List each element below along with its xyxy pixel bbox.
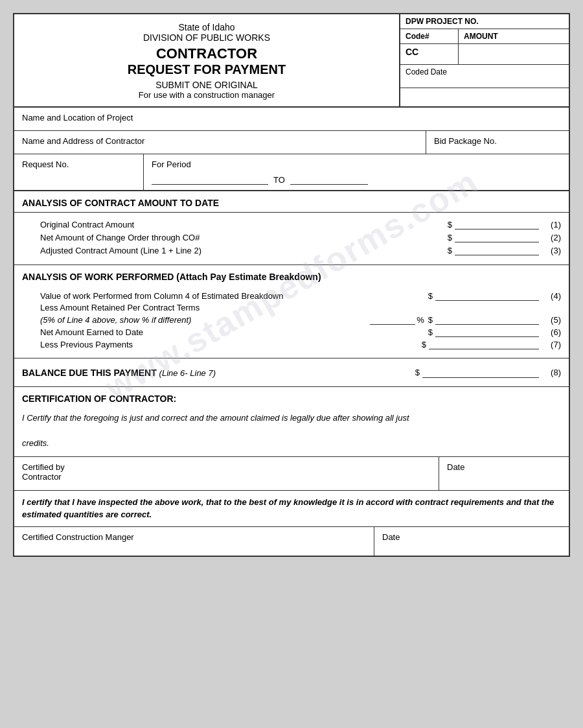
to-label: TO (273, 175, 285, 185)
period-line: TO (152, 174, 561, 185)
work-field-7[interactable] (429, 339, 539, 349)
balance-row: BALANCE DUE THIS PAYMENT (Line 6- Line 7… (14, 358, 569, 387)
work-line-6: Net Amount Earned to Date $ (6) (40, 327, 561, 337)
analysis-line-2: Net Amount of Change Order through CO# $… (40, 232, 561, 242)
certified-by-label: Certified byContractor (22, 462, 65, 482)
request-period-row: Request No. For Period TO (14, 154, 569, 191)
analysis-field-1[interactable] (455, 219, 539, 229)
balance-field[interactable] (422, 368, 539, 378)
name-address-label: Name and Address of Contractor (22, 136, 144, 146)
work-content: Value of work Performed from Column 4 of… (14, 286, 569, 358)
code-amount-row: Code# AMOUNT (400, 29, 569, 44)
certify-row: Certified byContractor Date (14, 457, 569, 491)
header-section: State of Idaho DIVISION OF PUBLIC WORKS … (14, 14, 569, 108)
work-label-4: Value of work Performed from Column 4 of… (40, 291, 406, 301)
state-name: State of Idaho (27, 22, 386, 32)
work-field-4[interactable] (435, 290, 539, 301)
balance-label: BALANCE DUE THIS PAYMENT (Line 6- Line 7… (22, 368, 406, 378)
bid-package-label: Bid Package No. (434, 136, 497, 146)
work-section: ANALYSIS OF WORK PERFORMED (Attach Pay E… (14, 265, 569, 358)
request-title: REQUEST FOR PAYMENT (27, 62, 386, 77)
dpw-row: DPW PROJECT NO. (400, 14, 569, 29)
inspected-row: I certify that I have inspected the abov… (14, 491, 569, 527)
work-label-retained: Less Amount Retained Per Contract Terms (40, 303, 561, 312)
for-period-cell: For Period TO (144, 154, 569, 190)
work-line-5: (5% of Line 4 above, show % if different… (40, 314, 561, 325)
header-blank (400, 88, 569, 106)
work-num-5: (5) (542, 315, 561, 325)
amount-cell: AMOUNT (459, 29, 569, 43)
for-period-label: For Period (152, 159, 561, 169)
work-value-6: $ (6) (406, 327, 561, 337)
header-left: State of Idaho DIVISION OF PUBLIC WORKS … (14, 14, 400, 106)
work-label-7: Less Previous Payments (40, 340, 406, 349)
work-pct-field-5[interactable] (370, 314, 415, 325)
contractor-title: CONTRACTOR (27, 45, 386, 62)
work-label-6: Net Amount Earned to Date (40, 327, 406, 337)
submit-line: SUBMIT ONE ORIGINAL (27, 80, 386, 90)
cc-value[interactable] (459, 44, 569, 64)
analysis-num-1: (1) (542, 220, 561, 229)
analysis-line-3: Adjusted Contract Amount (Line 1 + Line … (40, 245, 561, 255)
cc-row: CC (400, 44, 569, 65)
work-line-7: Less Previous Payments $ (7) (40, 339, 561, 349)
name-address-left: Name and Address of Contractor (14, 131, 426, 154)
name-address-row: Name and Address of Contractor Bid Packa… (14, 131, 569, 154)
balance-italic2: (Line 6- Line 7) (159, 368, 216, 378)
balance-value: $ (8) (406, 368, 561, 378)
cc-label: CC (400, 44, 459, 64)
analysis-field-2[interactable] (455, 232, 539, 242)
cm-row: Certified Construction Manger Date (14, 527, 569, 556)
cert-text-line2: credits. (22, 438, 49, 448)
analysis-header: ANALYSIS OF CONTRACT AMOUNT TO DATE (14, 191, 569, 213)
work-num-4: (4) (542, 291, 561, 301)
analysis-num-3: (3) (542, 246, 561, 255)
work-value-4: $ (4) (406, 290, 561, 301)
analysis-content: Original Contract Amount $ (1) Net Amoun… (14, 213, 569, 265)
analysis-label-3: Adjusted Contract Amount (Line 1 + Line … (40, 246, 418, 255)
cm-date-label: Date (382, 532, 400, 542)
work-num-6: (6) (542, 327, 561, 337)
request-no-label: Request No. (22, 159, 69, 169)
coded-date-row: Coded Date (400, 65, 569, 88)
code-cell: Code# (400, 29, 459, 43)
certify-right: Date (439, 457, 569, 490)
analysis-label-1: Original Contract Amount (40, 220, 418, 229)
cert-text-line1: I Certify that the foregoing is just and… (22, 413, 409, 423)
certify-left: Certified byContractor (14, 457, 439, 490)
cert-text: I Certify that the foregoing is just and… (14, 408, 569, 456)
work-field-5[interactable] (435, 314, 539, 325)
work-label-5: (5% of Line 4 above, show % if different… (40, 315, 370, 325)
analysis-value-3: $ (3) (418, 245, 561, 255)
analysis-line-1: Original Contract Amount $ (1) (40, 219, 561, 229)
inspected-text: I certify that I have inspected the abov… (22, 497, 554, 520)
analysis-value-1: $ (1) (418, 219, 561, 229)
form-page: www.stampedforms.com State of Idaho DIVI… (13, 13, 570, 557)
cert-section: CERTIFICATION OF CONTRACTOR: I Certify t… (14, 387, 569, 457)
balance-bold: BALANCE DUE THIS PAYMENT (22, 368, 157, 378)
division-name: DIVISION OF PUBLIC WORKS (27, 32, 386, 43)
work-header: ANALYSIS OF WORK PERFORMED (Attach Pay E… (14, 265, 569, 286)
name-location-row: Name and Location of Project (14, 108, 569, 131)
work-field-6[interactable] (435, 327, 539, 337)
period-to-field[interactable] (290, 174, 368, 185)
request-no-cell: Request No. (14, 154, 144, 190)
analysis-value-2: $ (2) (418, 232, 561, 242)
work-value-7: $ (7) (406, 339, 561, 349)
work-num-7: (7) (542, 340, 561, 349)
work-value-5: % $ (5) (370, 314, 561, 325)
period-from-field[interactable] (152, 174, 268, 185)
name-location-label: Name and Location of Project (22, 113, 133, 123)
bid-package-cell: Bid Package No. (426, 131, 569, 154)
date-label: Date (447, 462, 464, 472)
analysis-num-2: (2) (542, 233, 561, 242)
cert-header: CERTIFICATION OF CONTRACTOR: (14, 387, 569, 408)
analysis-label-2: Net Amount of Change Order through CO# (40, 233, 418, 242)
cm-label: Certified Construction Manger (22, 532, 134, 542)
balance-num: (8) (542, 368, 561, 377)
work-line-4: Value of work Performed from Column 4 of… (40, 290, 561, 301)
work-line-retained: Less Amount Retained Per Contract Terms (40, 303, 561, 312)
analysis-field-3[interactable] (455, 245, 539, 255)
use-line: For use with a construction manager (27, 90, 386, 100)
header-right: DPW PROJECT NO. Code# AMOUNT CC Coded Da… (400, 14, 569, 106)
